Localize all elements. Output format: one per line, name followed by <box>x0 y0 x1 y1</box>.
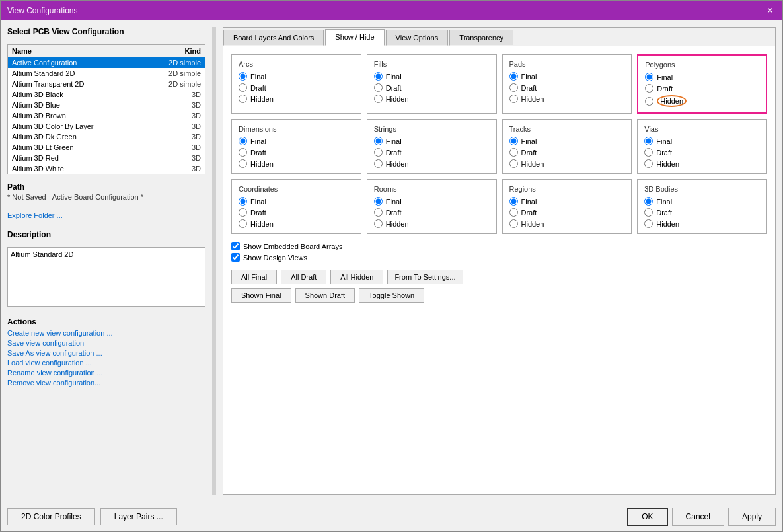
col-name-header: Name <box>8 45 181 57</box>
radio-group: FinalDraftHidden <box>509 72 625 103</box>
group-title: Arcs <box>239 60 354 68</box>
bottom-btn-ok[interactable]: OK <box>627 508 667 526</box>
title-bar: View Configurations × <box>1 1 782 20</box>
panel-splitter[interactable] <box>212 27 216 495</box>
window-content: Select PCB View Configuration Name Kind … <box>1 20 782 502</box>
radio-group: FinalDraftHidden <box>374 72 490 103</box>
radio-hidden[interactable]: Hidden <box>644 219 760 228</box>
radio-hidden[interactable]: Hidden <box>509 159 625 168</box>
radio-hidden[interactable]: Hidden <box>644 159 760 168</box>
btn-row2-2[interactable]: Toggle Shown <box>359 288 424 303</box>
radio-draft[interactable]: Draft <box>239 208 354 217</box>
group-pads: PadsFinalDraftHidden <box>502 54 632 114</box>
action-link-1[interactable]: Save view configuration <box>7 339 205 347</box>
bottom-left-buttons: 2D Color ProfilesLayer Pairs ... <box>7 508 177 525</box>
radio-draft[interactable]: Draft <box>374 148 490 157</box>
radio-final[interactable]: Final <box>644 197 760 206</box>
radio-final[interactable]: Final <box>374 72 490 81</box>
select-config-title: Select PCB View Configuration <box>7 27 205 36</box>
path-label: Path <box>7 182 205 192</box>
table-row[interactable]: Altium 3D Red3D <box>8 153 205 163</box>
radio-final[interactable]: Final <box>509 197 625 206</box>
radio-final[interactable]: Final <box>644 137 760 145</box>
radio-draft[interactable]: Draft <box>644 148 760 157</box>
right-panel: Board Layers And ColorsShow / HideView O… <box>223 27 776 495</box>
tab-transparency[interactable]: Transparency <box>449 30 513 46</box>
radio-draft[interactable]: Draft <box>374 83 490 92</box>
explore-folder-link[interactable]: Explore Folder ... <box>7 211 205 219</box>
radio-draft[interactable]: Draft <box>644 208 760 217</box>
radio-hidden[interactable]: Hidden <box>509 95 625 103</box>
config-name: Altium Standard 2D <box>12 69 168 77</box>
group-title: Vias <box>644 125 760 133</box>
table-row[interactable]: Altium 3D Brown3D <box>8 110 205 121</box>
bottom-btn-apply[interactable]: Apply <box>728 508 776 526</box>
radio-hidden[interactable]: Hidden <box>374 219 490 228</box>
radio-final[interactable]: Final <box>239 72 354 81</box>
radio-final[interactable]: Final <box>239 197 354 206</box>
bottom-left-btn-1[interactable]: Layer Pairs ... <box>100 508 177 525</box>
radio-hidden[interactable]: Hidden <box>239 95 354 103</box>
radio-final[interactable]: Final <box>509 72 625 81</box>
table-row[interactable]: Altium Transparent 2D2D simple <box>8 79 205 89</box>
group-polygons: PolygonsFinalDraftHidden <box>637 54 767 114</box>
radio-hidden[interactable]: Hidden <box>509 219 625 228</box>
radio-hidden[interactable]: Hidden <box>374 159 490 168</box>
bottom-btn-cancel[interactable]: Cancel <box>672 508 724 526</box>
radio-final[interactable]: Final <box>374 197 490 206</box>
desc-value: Altium Standard 2D <box>11 250 73 258</box>
table-row[interactable]: Altium 3D White3D <box>8 163 205 174</box>
config-name: Altium Transparent 2D <box>12 80 168 88</box>
bottom-left-btn-0[interactable]: 2D Color Profiles <box>7 508 95 525</box>
group-dimensions: DimensionsFinalDraftHidden <box>231 119 361 174</box>
checkbox-0[interactable]: Show Embedded Board Arrays <box>231 242 767 250</box>
radio-draft[interactable]: Draft <box>509 148 625 157</box>
group-title: Rooms <box>374 185 490 193</box>
radio-draft[interactable]: Draft <box>509 83 625 92</box>
tab-board-layers-and-colors[interactable]: Board Layers And Colors <box>223 30 324 46</box>
checkboxes-section: Show Embedded Board ArraysShow Design Vi… <box>231 242 767 262</box>
btn-row1-3[interactable]: From To Settings... <box>387 270 463 284</box>
radio-draft[interactable]: Draft <box>509 208 625 217</box>
config-name: Active Configuration <box>12 59 168 67</box>
group-title: Fills <box>374 60 490 68</box>
radio-hidden[interactable]: Hidden <box>645 95 759 107</box>
btn-row1-2[interactable]: All Hidden <box>330 270 383 284</box>
radio-final[interactable]: Final <box>509 137 625 145</box>
radio-final[interactable]: Final <box>645 73 759 81</box>
config-kind: 3D <box>192 101 201 109</box>
action-link-3[interactable]: Load view configuration ... <box>7 359 205 367</box>
table-row[interactable]: Altium Standard 2D2D simple <box>8 68 205 79</box>
radio-hidden[interactable]: Hidden <box>239 159 354 168</box>
table-row[interactable]: Altium 3D Dk Green3D <box>8 132 205 142</box>
config-name: Altium 3D Black <box>12 91 192 98</box>
radio-draft[interactable]: Draft <box>239 83 354 92</box>
btn-row2-1[interactable]: Shown Draft <box>295 288 355 303</box>
tab-view-options[interactable]: View Options <box>386 30 449 46</box>
radio-hidden[interactable]: Hidden <box>374 95 490 103</box>
radio-hidden[interactable]: Hidden <box>239 219 354 228</box>
btn-row1-0[interactable]: All Final <box>231 270 277 284</box>
radio-draft[interactable]: Draft <box>374 208 490 217</box>
table-row[interactable]: Active Configuration2D simple <box>8 57 205 68</box>
checkbox-1[interactable]: Show Design Views <box>231 253 767 262</box>
action-link-5[interactable]: Remove view configuration... <box>7 379 205 387</box>
tab-show---hide[interactable]: Show / Hide <box>325 29 384 46</box>
radio-group: FinalDraftHidden <box>644 197 760 228</box>
radio-final[interactable]: Final <box>239 137 354 145</box>
btn-row1-1[interactable]: All Draft <box>281 270 326 284</box>
radio-draft[interactable]: Draft <box>239 148 354 157</box>
table-row[interactable]: Altium 3D Lt Green3D <box>8 142 205 153</box>
radio-draft[interactable]: Draft <box>645 84 759 93</box>
table-row[interactable]: Altium 3D Black3D <box>8 89 205 100</box>
table-row[interactable]: Altium 3D Color By Layer3D <box>8 121 205 132</box>
col-kind-header: Kind <box>181 45 205 57</box>
config-kind: 2D simple <box>168 69 201 77</box>
table-row[interactable]: Altium 3D Blue3D <box>8 100 205 110</box>
radio-final[interactable]: Final <box>374 137 490 145</box>
action-link-4[interactable]: Rename view configuration ... <box>7 369 205 377</box>
action-link-0[interactable]: Create new view configuration ... <box>7 329 205 337</box>
btn-row2-0[interactable]: Shown Final <box>231 288 291 303</box>
close-button[interactable]: × <box>764 5 776 17</box>
action-link-2[interactable]: Save As view configuration ... <box>7 349 205 357</box>
